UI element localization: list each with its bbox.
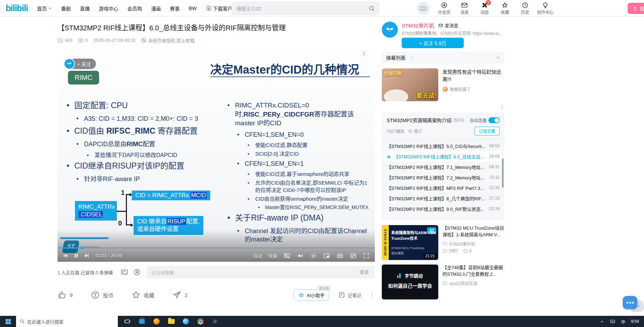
autoplay-toggle[interactable]: [488, 117, 500, 123]
recommended-uploader[interactable]: stm32项目实战: [449, 280, 477, 286]
prev-icon[interactable]: [62, 253, 68, 259]
user-item-动态[interactable]: 动态1: [477, 2, 492, 15]
taskbar-app-chrome[interactable]: [193, 316, 208, 327]
taskbar-app-folder[interactable]: [164, 316, 179, 327]
seek-handle[interactable]: [81, 246, 84, 250]
recommended-uploader[interactable]: STM32单片机: [449, 241, 475, 247]
seek-bar[interactable]: [58, 247, 375, 248]
touch-keyboard-icon[interactable]: [610, 319, 615, 324]
recommended-title[interactable]: 【全748集】目前B站最全最细的STM32入门全套教程,2...: [442, 265, 505, 278]
live-title[interactable]: 发现男性有这个特征赶快远离!!!: [442, 68, 505, 83]
uploader-follow-overlay[interactable]: + 关注: [64, 58, 96, 69]
user-item-历史[interactable]: 历史: [517, 2, 533, 15]
bilibili-logo[interactable]: bilibili: [6, 3, 28, 13]
upload-button[interactable]: 投稿: [628, 3, 644, 14]
user-item-大会员[interactable]: 大会员: [437, 2, 452, 15]
nav-item-首页[interactable]: 首页: [37, 5, 52, 12]
share-button[interactable]: 2: [172, 290, 187, 299]
taskbar-app-firefox[interactable]: [149, 316, 164, 327]
nav-item-直播[interactable]: 直播: [80, 5, 90, 12]
taskbar-app-task-view[interactable]: [120, 316, 135, 327]
uploader-name[interactable]: STM32单片机: [402, 22, 434, 29]
playlist-intro[interactable]: 简介: [408, 128, 422, 134]
recommended-thumbnail[interactable]: STM32 不止于芯 ST 系统隔离架构与ARM V8M TrustZone技术…: [382, 225, 438, 260]
message-button[interactable]: 发消息: [438, 22, 458, 29]
pause-icon[interactable]: [73, 253, 79, 259]
send-button[interactable]: 发送: [353, 268, 375, 276]
episode-row[interactable]: 【STM32MP2 RIF线上课程】5.0_CID与Securit...08:5…: [384, 141, 502, 151]
more-actions-icon[interactable]: ⋮: [369, 291, 375, 299]
episode-row[interactable]: 【STM32MP2 RIF线上课程】7.2_Memory地址...15:11: [384, 172, 502, 183]
watch-together-icon[interactable]: [355, 231, 361, 238]
playlist-title[interactable]: STM32MP2资源隔离架构介绍: [387, 117, 452, 124]
taskbar-app-settings[interactable]: [208, 316, 222, 327]
recommended-video-2[interactable]: 字节跳动 如何逼自己一周学会 【全748集】目前B站最全最细的STM32入门全套…: [382, 265, 505, 299]
subscribe-collection-button[interactable]: 订阅合集: [475, 127, 500, 135]
search-input[interactable]: 海贼王1132: [232, 2, 379, 15]
episode-row[interactable]: 【STM32MP2 RIF线上课程】9.0_RIF默认状态...03:26: [384, 203, 502, 214]
widescreen-icon[interactable]: [336, 252, 343, 259]
live-thumbnail[interactable]: 烂脚汗脚 都去试!: [382, 68, 438, 101]
favorite-button[interactable]: 收藏: [131, 290, 154, 299]
nav-item-番剧[interactable]: 番剧: [61, 5, 71, 12]
live-more-icon[interactable]: ⋮: [499, 103, 505, 110]
user-item-收藏[interactable]: 收藏: [497, 2, 513, 15]
coin-button[interactable]: 投币: [91, 290, 113, 299]
full-icon[interactable]: [363, 252, 370, 259]
episode-duration: 26:09: [489, 154, 500, 159]
recommended-title[interactable]: 【STM32 MCU TrustZone培训课程】1-系统隔离与ARM V...: [442, 225, 505, 238]
taskbar-app-edge[interactable]: [179, 316, 193, 327]
danmaku-style-icon[interactable]: [133, 268, 141, 276]
search-icon[interactable]: [369, 5, 375, 12]
speed-button[interactable]: 倍速: [268, 252, 277, 259]
user-item-创作中心[interactable]: 创作中心: [538, 2, 553, 15]
taskbar-app-store[interactable]: [135, 316, 149, 327]
episode-row-active[interactable]: 【STM32MP2 RIF线上课程】6.0_总线主设...26:09: [384, 151, 502, 162]
recommended-video-1[interactable]: STM32 不止于芯 ST 系统隔离架构与ARM V8M TrustZone技术…: [382, 225, 505, 260]
user-item-消息[interactable]: 消息: [457, 2, 472, 15]
start-button[interactable]: [0, 316, 16, 327]
settings-icon: [212, 318, 218, 325]
chevron-down-icon[interactable]: [495, 55, 500, 60]
dm-off-icon[interactable]: [283, 252, 290, 259]
next-icon[interactable]: [84, 253, 90, 259]
ai-assistant-button[interactable]: 测试版 AI小助手: [294, 289, 329, 301]
episode-row[interactable]: 【STM32MP2 RIF线上课程】MP2 RIF Part7.3...22:3…: [384, 183, 502, 193]
nav-item-赛事[interactable]: 赛事: [170, 5, 180, 12]
recommended-thumbnail[interactable]: 字节跳动 如何逼自己一周学会: [382, 265, 438, 299]
nav-item-会员购[interactable]: 会员购: [127, 5, 142, 12]
chevron-up-icon[interactable]: [600, 319, 604, 324]
uploader-avatar-overlay[interactable]: [64, 58, 75, 69]
quality-button[interactable]: 自动: [253, 252, 262, 259]
gear-icon[interactable]: [310, 252, 317, 259]
danmaku-list-header[interactable]: 弹幕列表 ⋮: [382, 52, 505, 64]
chat-bubble-icon[interactable]: [623, 296, 637, 309]
danmaku-input[interactable]: 已关闭弹幕 发送: [146, 266, 375, 278]
danmaku-list-more-icon[interactable]: ⋮: [410, 55, 414, 60]
nav-item-漫画[interactable]: 漫画: [151, 5, 161, 12]
user-avatar[interactable]: [417, 2, 430, 15]
episode-row[interactable]: 【STM32MP2 RIF线上课程】: [384, 214, 502, 220]
slide-bullet: •Master置位RISC_PERy_SEMCR.SEM_MUTEX: [226, 204, 370, 211]
live-card[interactable]: 烂脚汗脚 都去试! 发现男性有这个特征赶快远离!!! 晚晚吃撑了: [382, 68, 505, 101]
webfull-icon[interactable]: [350, 252, 357, 259]
volume-icon[interactable]: [297, 252, 304, 259]
taskbar-search-input[interactable]: 在此键入进行搜索: [16, 316, 118, 327]
note-button[interactable]: 记笔记: [338, 291, 361, 298]
playlist-scrollbar[interactable]: [502, 158, 503, 188]
uploader-avatar[interactable]: [382, 22, 398, 38]
nav-item-BW[interactable]: BW: [189, 6, 197, 11]
pip-icon[interactable]: [323, 252, 330, 259]
episode-row[interactable]: 【STM32MP2 RIF线上课程】8_几个典型的RIF...27:13: [384, 193, 502, 203]
episode-row[interactable]: 【STM32MP2 RIF线上课程】7.1_Memory地址...06:31: [384, 162, 502, 172]
clock[interactable]: 9:04: [631, 319, 639, 324]
danmaku-display-icon[interactable]: [121, 268, 128, 276]
live-author-name[interactable]: 晚晚吃撑了: [450, 86, 471, 92]
notification-badge: 1: [486, 0, 491, 5]
ime-indicator[interactable]: 中: [621, 318, 626, 325]
diagram-line: [126, 224, 131, 225]
nav-item-游戏中心[interactable]: 游戏中心: [99, 5, 118, 12]
follow-button[interactable]: + 关注 5.9万: [402, 38, 464, 48]
like-button[interactable]: 9: [58, 290, 73, 299]
video-player[interactable]: 决定Master的CID的几种情况 •固定配置: CPU•A35: CID = …: [58, 50, 375, 262]
